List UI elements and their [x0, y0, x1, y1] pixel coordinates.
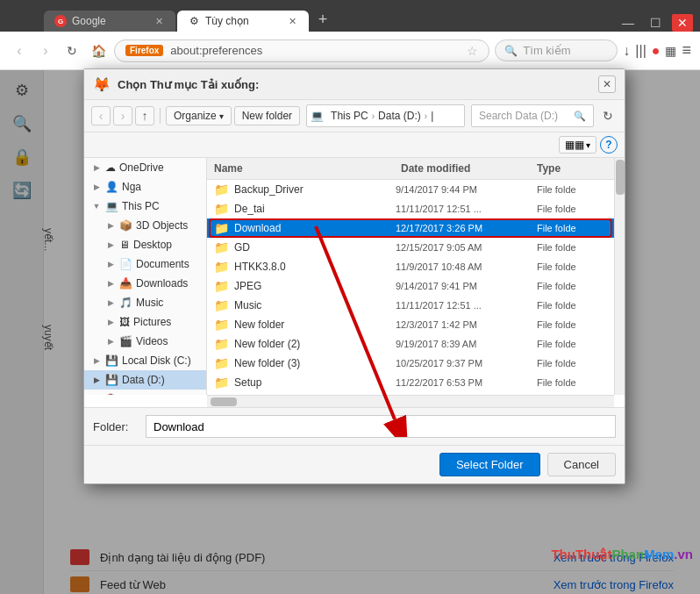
horizontal-scroll-area[interactable]: [207, 395, 614, 407]
file-date-6: 11/11/2017 12:51 ...: [396, 300, 532, 311]
file-row-backup-driver[interactable]: 📁 Backup_Driver 9/14/2017 9:44 PM File f…: [207, 180, 614, 199]
sidebar-item-onedrive[interactable]: ▶ ☁ OneDrive: [84, 158, 206, 177]
sidebar-item-nga[interactable]: ▶ 👤 Nga: [84, 177, 206, 197]
addon-icon[interactable]: ●: [652, 43, 661, 59]
download-icon[interactable]: ↓: [623, 43, 630, 59]
folder-icon-10: 📁: [214, 376, 229, 390]
nga-icon: 👤: [105, 181, 118, 193]
file-date-5: 9/14/2017 9:41 PM: [396, 281, 532, 291]
maximize-button[interactable]: ☐: [645, 14, 667, 32]
dialog-app-icon: 🦊: [93, 76, 111, 93]
sidebar-item-documents[interactable]: ▶ 📄 Documents: [84, 254, 206, 274]
sidebar-item-libraries[interactable]: ▶ 📚 Libraries: [84, 390, 206, 395]
file-name-6: Music: [234, 299, 390, 311]
sidebar-item-local-disk-c[interactable]: ▶ 💾 Local Disk (C:): [84, 351, 206, 370]
google-tab-icon: G: [54, 15, 67, 27]
dialog-close-button[interactable]: ✕: [598, 75, 616, 93]
folder-icon-1: 📁: [214, 202, 229, 216]
local-disk-c-icon: 💾: [105, 354, 118, 367]
file-row-de-tai[interactable]: 📁 De_tai 11/11/2017 12:51 ... File folde: [207, 199, 614, 218]
new-folder-button[interactable]: New folder: [234, 106, 300, 125]
file-picker-dialog: 🦊 Chọn Thư mục Tải xuống: ✕ ‹ › ↑ Organi…: [83, 68, 625, 484]
col-date-header[interactable]: Date modified: [401, 161, 537, 176]
folder-icon-4: 📁: [214, 260, 229, 274]
google-tab-close[interactable]: ✕: [153, 15, 165, 27]
help-button[interactable]: ?: [600, 136, 618, 154]
videos-icon: 🎬: [119, 335, 132, 347]
nav-refresh-button[interactable]: ↻: [61, 40, 82, 61]
file-row-gd[interactable]: 📁 GD 12/15/2017 9:05 AM File folde: [207, 238, 614, 257]
data-d-icon: 💾: [105, 374, 118, 386]
col-name-header[interactable]: Name: [214, 161, 401, 176]
sidebar-item-pictures[interactable]: ▶ 🖼 Pictures: [84, 312, 206, 332]
bookmark-star-icon[interactable]: ☆: [467, 44, 478, 58]
file-row-jpeg[interactable]: 📁 JPEG 9/14/2017 9:41 PM File folde: [207, 276, 614, 296]
secondary-toolbar: ▦▦ ▾ ?: [84, 132, 625, 158]
music-icon: 🎵: [119, 297, 132, 309]
folder-icon-8: 📁: [214, 337, 229, 351]
file-list: Name Date modified Type 📁 Backup_Driver …: [207, 158, 614, 395]
file-row-new-folder[interactable]: 📁 New folder 12/3/2017 1:42 PM File fold…: [207, 315, 614, 334]
file-row-download[interactable]: 📁 Download 12/17/2017 3:26 PM File folde: [207, 218, 614, 238]
menu-icon[interactable]: ≡: [682, 41, 691, 60]
file-type-9: File folde: [537, 358, 607, 369]
file-list-scrollbar[interactable]: [614, 158, 625, 395]
toolbar-up-button[interactable]: ↑: [135, 106, 154, 125]
preferences-tab-close[interactable]: ✕: [286, 15, 298, 27]
sidebar-item-videos[interactable]: ▶ 🎬 Videos: [84, 332, 206, 351]
file-row-new-folder-2[interactable]: 📁 New folder (2) 9/19/2017 8:39 AM File …: [207, 334, 614, 354]
toolbar-forward-button[interactable]: ›: [113, 106, 132, 125]
toolbar-back-button[interactable]: ‹: [91, 106, 111, 125]
nav-home-button[interactable]: 🏠: [88, 40, 109, 61]
new-tab-button[interactable]: +: [311, 7, 335, 32]
breadcrumb-data-d[interactable]: Data (D:): [375, 108, 425, 124]
search-box[interactable]: 🔍 Tìm kiếm: [495, 39, 618, 61]
toolbar-refresh-icon[interactable]: ↻: [598, 106, 618, 125]
folder-icon-5: 📁: [214, 279, 229, 293]
file-date-8: 9/19/2017 8:39 AM: [396, 339, 532, 349]
url-text: about:preferences: [170, 44, 262, 57]
file-row-music[interactable]: 📁 Music 11/11/2017 12:51 ... File folde: [207, 296, 614, 315]
breadcrumb-this-pc[interactable]: This PC: [327, 108, 372, 124]
tab-preferences[interactable]: ⚙ Tùy chọn ✕: [177, 11, 309, 32]
view-mode-button[interactable]: ▦▦ ▾: [559, 136, 596, 154]
container-icon[interactable]: ▦: [665, 44, 676, 58]
file-type-3: File folde: [537, 242, 607, 253]
cancel-button[interactable]: Cancel: [547, 453, 616, 476]
file-date-9: 10/25/2017 9:37 PM: [396, 358, 532, 369]
file-name-3: GD: [234, 241, 390, 254]
nav-forward-button[interactable]: ›: [35, 40, 56, 61]
desktop-icon: 🖥: [119, 239, 130, 251]
3d-objects-icon: 📦: [119, 219, 132, 232]
sidebar-item-this-pc[interactable]: ▼ 💻 This PC: [84, 197, 206, 216]
select-folder-button[interactable]: Select Folder: [439, 453, 540, 476]
file-type-10: File folde: [537, 377, 607, 388]
address-input[interactable]: Firefox about:preferences ☆: [114, 39, 489, 62]
file-row-setup[interactable]: 📁 Setup 11/22/2017 6:53 PM File folde: [207, 373, 614, 392]
file-date-10: 11/22/2017 6:53 PM: [396, 377, 532, 388]
downloads-icon: 📥: [119, 277, 132, 290]
sidebar-item-data-d[interactable]: ▶ 💾 Data (D:): [84, 370, 206, 390]
toolbar-search-box[interactable]: Search Data (D:) 🔍: [471, 104, 594, 127]
sidebar-item-music[interactable]: ▶ 🎵 Music: [84, 293, 206, 312]
bookmarks-icon[interactable]: |||: [635, 43, 646, 59]
sidebar-item-desktop[interactable]: ▶ 🖥 Desktop: [84, 235, 206, 254]
minimize-button[interactable]: —: [617, 14, 639, 32]
sidebar-item-3d-objects[interactable]: ▶ 📦 3D Objects: [84, 216, 206, 235]
file-row-htkk[interactable]: 📁 HTKK3.8.0 11/9/2017 10:48 AM File fold…: [207, 257, 614, 276]
file-row-new-folder-3[interactable]: 📁 New folder (3) 10/25/2017 9:37 PM File…: [207, 354, 614, 373]
address-bar: ‹ › ↻ 🏠 Firefox about:preferences ☆ 🔍 Tì…: [0, 32, 700, 70]
tab-google[interactable]: G Google ✕: [44, 11, 175, 32]
breadcrumb-bar: 💻 This PC › Data (D:) › |: [306, 104, 465, 127]
file-date-0: 9/14/2017 9:44 PM: [396, 184, 532, 195]
close-button[interactable]: ✕: [672, 14, 693, 32]
folder-input[interactable]: [146, 415, 616, 438]
file-name-8: New folder (2): [234, 338, 390, 350]
col-type-header[interactable]: Type: [537, 161, 607, 176]
nav-back-button[interactable]: ‹: [9, 40, 30, 61]
file-row-ta[interactable]: 📁 ta 9/19/2017 8:39 AM File folde: [207, 392, 614, 395]
file-name-2: Download: [234, 222, 390, 234]
sidebar-item-downloads[interactable]: ▶ 📥 Downloads: [84, 274, 206, 293]
organize-button[interactable]: Organize ▾: [166, 106, 232, 125]
file-name-7: New folder: [234, 318, 390, 331]
